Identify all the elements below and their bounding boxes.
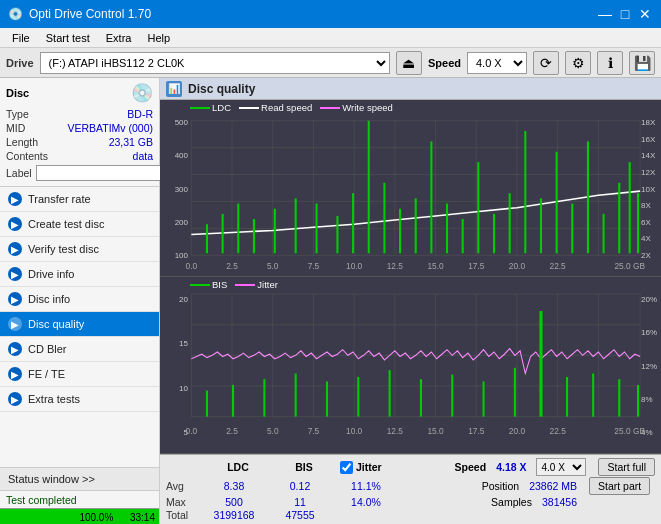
- settings-button[interactable]: ⚙: [565, 51, 591, 75]
- avg-jitter: 11.1%: [336, 480, 396, 492]
- sidebar-item-cd-bler[interactable]: ▶ CD Bler: [0, 337, 159, 362]
- disc-label-row: Label 🔍: [6, 164, 153, 182]
- avg-label: Avg: [166, 480, 198, 492]
- sidebar-item-cd-bler-label: CD Bler: [28, 343, 67, 355]
- save-button[interactable]: 💾: [629, 51, 655, 75]
- svg-text:10.0: 10.0: [346, 425, 362, 435]
- speed-select[interactable]: 4.0 X: [467, 52, 527, 74]
- charts-container: LDC Read speed Write speed 500 400 30: [160, 100, 661, 454]
- jitter-checkbox[interactable]: [340, 461, 353, 474]
- disc-quality-icon: ▶: [8, 317, 22, 331]
- max-ldc: 500: [204, 496, 264, 508]
- disc-label-label: Label: [6, 167, 32, 179]
- bis-label: BIS: [212, 279, 227, 290]
- svg-text:0.0: 0.0: [186, 425, 198, 435]
- status-window-button[interactable]: Status window >>: [0, 468, 159, 490]
- total-bis: 47555: [270, 509, 330, 521]
- position-value: 23862 MB: [529, 480, 577, 492]
- start-part-button[interactable]: Start part: [589, 477, 650, 495]
- sidebar-item-disc-quality[interactable]: ▶ Disc quality: [0, 312, 159, 337]
- chart-header: 📊 Disc quality: [160, 78, 661, 100]
- fe-te-icon: ▶: [8, 367, 22, 381]
- read-speed-color: [239, 107, 259, 109]
- chart-title: Disc quality: [188, 82, 255, 96]
- disc-length-row: Length 23,31 GB: [6, 136, 153, 148]
- drive-info-icon: ▶: [8, 267, 22, 281]
- svg-text:5.0: 5.0: [267, 425, 279, 435]
- close-button[interactable]: ✕: [637, 6, 653, 22]
- disc-title: Disc: [6, 87, 29, 99]
- total-label: Total: [166, 509, 198, 521]
- sidebar-item-extra-tests[interactable]: ▶ Extra tests: [0, 387, 159, 412]
- max-jitter: 14.0%: [336, 496, 396, 508]
- disc-contents-value: data: [133, 150, 153, 162]
- disc-contents-row: Contents data: [6, 150, 153, 162]
- svg-text:7.5: 7.5: [308, 261, 320, 271]
- stats-header-row: LDC BIS Jitter Speed 4.18 X 4.0 X Start …: [166, 458, 655, 476]
- sidebar-item-transfer-rate[interactable]: ▶ Transfer rate: [0, 187, 159, 212]
- stats-max-row: Max 500 11 14.0% Samples 381456: [166, 496, 655, 508]
- sidebar: Disc 💿 Type BD-R MID VERBATIMv (000) Len…: [0, 78, 160, 524]
- max-label: Max: [166, 496, 198, 508]
- disc-header: Disc 💿: [6, 82, 153, 104]
- menu-help[interactable]: Help: [139, 31, 178, 45]
- menu-start-test[interactable]: Start test: [38, 31, 98, 45]
- bis-color: [190, 284, 210, 286]
- chart-icon: 📊: [166, 81, 182, 97]
- disc-icon: 💿: [131, 82, 153, 104]
- info-button[interactable]: ℹ: [597, 51, 623, 75]
- disc-mid-label: MID: [6, 122, 25, 134]
- sidebar-item-create-test-disc[interactable]: ▶ Create test disc: [0, 212, 159, 237]
- minimize-button[interactable]: —: [597, 6, 613, 22]
- sidebar-item-verify-test-disc[interactable]: ▶ Verify test disc: [0, 237, 159, 262]
- start-full-button[interactable]: Start full: [598, 458, 655, 476]
- sidebar-item-drive-info[interactable]: ▶ Drive info: [0, 262, 159, 287]
- sidebar-item-extra-tests-label: Extra tests: [28, 393, 80, 405]
- title-bar-left: 💿 Opti Drive Control 1.70: [8, 7, 151, 21]
- main-content: Disc 💿 Type BD-R MID VERBATIMv (000) Len…: [0, 78, 661, 524]
- ldc-color: [190, 107, 210, 109]
- stats-total-row: Total 3199168 47555: [166, 509, 655, 521]
- avg-bis: 0.12: [270, 480, 330, 492]
- maximize-button[interactable]: □: [617, 6, 633, 22]
- lower-chart-svg: 0.0 2.5 5.0 7.5 10.0 12.5 15.0 17.5 20.0…: [160, 277, 661, 453]
- disc-length-value: 23,31 GB: [109, 136, 153, 148]
- upper-chart-legend: LDC Read speed Write speed: [190, 102, 393, 113]
- read-speed-label: Read speed: [261, 102, 312, 113]
- legend-write-speed: Write speed: [320, 102, 393, 113]
- sidebar-item-drive-info-label: Drive info: [28, 268, 74, 280]
- extra-tests-icon: ▶: [8, 392, 22, 406]
- progress-text: 100.0% 33:14: [79, 511, 155, 522]
- speed-dropdown[interactable]: 4.0 X: [536, 458, 586, 476]
- max-bis: 11: [270, 496, 330, 508]
- svg-text:12.5: 12.5: [387, 261, 404, 271]
- lower-chart-legend: BIS Jitter: [190, 279, 278, 290]
- status-window-label: Status window >>: [8, 473, 95, 485]
- stats-panel: LDC BIS Jitter Speed 4.18 X 4.0 X Start …: [160, 454, 661, 524]
- menu-bar: File Start test Extra Help: [0, 28, 661, 48]
- svg-text:7.5: 7.5: [308, 425, 320, 435]
- nav-list: ▶ Transfer rate ▶ Create test disc ▶ Ver…: [0, 187, 159, 412]
- legend-bis: BIS: [190, 279, 227, 290]
- speed-label: Speed: [428, 57, 461, 69]
- svg-text:25.0 GB: 25.0 GB: [614, 261, 645, 271]
- disc-label-input[interactable]: [36, 165, 169, 181]
- svg-text:20.0: 20.0: [509, 425, 525, 435]
- jitter-header: Jitter: [356, 461, 382, 473]
- cd-bler-icon: ▶: [8, 342, 22, 356]
- disc-contents-label: Contents: [6, 150, 48, 162]
- sidebar-item-disc-info-label: Disc info: [28, 293, 70, 305]
- drive-select[interactable]: (F:) ATAPI iHBS112 2 CL0K: [40, 52, 390, 74]
- ldc-label: LDC: [212, 102, 231, 113]
- eject-button[interactable]: ⏏: [396, 51, 422, 75]
- svg-text:15.0: 15.0: [427, 425, 443, 435]
- menu-extra[interactable]: Extra: [98, 31, 140, 45]
- sidebar-item-disc-info[interactable]: ▶ Disc info: [0, 287, 159, 312]
- sidebar-item-create-test-disc-label: Create test disc: [28, 218, 104, 230]
- refresh-button[interactable]: ⟳: [533, 51, 559, 75]
- disc-type-row: Type BD-R: [6, 108, 153, 120]
- create-test-disc-icon: ▶: [8, 217, 22, 231]
- write-speed-color: [320, 107, 340, 109]
- menu-file[interactable]: File: [4, 31, 38, 45]
- sidebar-item-fe-te[interactable]: ▶ FE / TE: [0, 362, 159, 387]
